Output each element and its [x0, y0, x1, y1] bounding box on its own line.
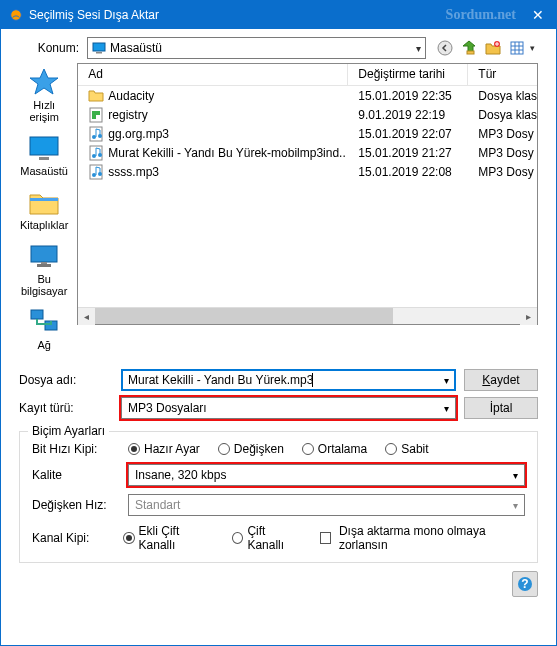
svg-rect-13 [31, 310, 43, 319]
places-bar: Hızlı erişim Masaüstü Kitaplıklar Bu bil… [19, 63, 69, 361]
filename-input[interactable]: Murat Kekilli - Yandı Bu Yürek.mp3 ▾ [121, 369, 456, 391]
svg-point-3 [438, 41, 452, 55]
place-network[interactable]: Ağ [19, 307, 69, 351]
format-settings-group: Biçim Ayarları Bit Hızı Kipi: Hazır Ayar… [19, 431, 538, 563]
file-row[interactable]: registry9.01.2019 22:19Dosya klas [78, 105, 537, 124]
column-date[interactable]: Değiştirme tarihi [348, 64, 468, 85]
file-date: 9.01.2019 22:19 [348, 108, 468, 122]
chevron-down-icon[interactable]: ▾ [444, 375, 449, 386]
place-libraries[interactable]: Kitaplıklar [19, 187, 69, 231]
checkbox-force-mono[interactable]: Dışa aktarma mono olmaya zorlansın [320, 524, 525, 552]
variable-speed-combo[interactable]: Standart ▾ [128, 494, 525, 516]
format-legend: Biçim Ayarları [28, 424, 109, 438]
quality-combo[interactable]: Insane, 320 kbps ▾ [128, 464, 525, 486]
help-icon: ? [517, 576, 533, 592]
file-type: Dosya klas [468, 89, 537, 103]
chevron-down-icon[interactable]: ▾ [444, 403, 449, 414]
save-button[interactable]: Kaydet [464, 369, 538, 391]
variable-speed-label: Değişken Hız: [32, 498, 118, 512]
svg-rect-2 [96, 52, 102, 54]
file-type: MP3 Dosy [468, 146, 537, 160]
svg-point-27 [98, 172, 102, 176]
radio-preset[interactable]: Hazır Ayar [128, 442, 200, 456]
new-folder-button[interactable] [482, 37, 504, 59]
save-button-rest: aydet [490, 373, 519, 387]
file-list-header[interactable]: Ad Değiştirme tarihi Tür [78, 64, 537, 86]
svg-rect-18 [92, 115, 96, 119]
file-list[interactable]: Ad Değiştirme tarihi Tür Audacity15.01.2… [77, 63, 538, 325]
back-button[interactable] [434, 37, 456, 59]
channel-mode-label: Kanal Kipi: [32, 531, 113, 545]
window-title: Seçilmiş Sesi Dışa Aktar [29, 8, 440, 22]
quality-label: Kalite [32, 468, 118, 482]
file-name: registry [108, 108, 147, 122]
radio-variable[interactable]: Değişken [218, 442, 284, 456]
quality-value: Insane, 320 kbps [135, 468, 226, 482]
svg-text:?: ? [521, 577, 528, 591]
svg-rect-10 [31, 246, 57, 262]
file-name: Murat Kekilli - Yandı Bu Yürek-mobilmp3i… [108, 146, 345, 160]
svg-rect-17 [96, 111, 100, 115]
horizontal-scrollbar[interactable]: ◂ ▸ [78, 307, 537, 324]
column-type[interactable]: Tür [468, 64, 537, 85]
svg-rect-11 [37, 264, 51, 267]
radio-constant[interactable]: Sabit [385, 442, 428, 456]
svg-rect-6 [511, 42, 523, 54]
location-combo[interactable]: Masaüstü ▾ [87, 37, 426, 59]
file-row[interactable]: ssss.mp315.01.2019 22:08MP3 Dosy [78, 162, 537, 181]
svg-point-21 [98, 134, 102, 138]
radio-stereo[interactable]: Çift Kanallı [232, 524, 302, 552]
filetype-combo[interactable]: MP3 Dosyaları ▾ [121, 397, 456, 419]
title-bar: Seçilmiş Sesi Dışa Aktar Sordum.net ✕ [1, 1, 556, 29]
file-row[interactable]: Murat Kekilli - Yandı Bu Yürek-mobilmp3i… [78, 143, 537, 162]
app-icon [9, 8, 23, 22]
chevron-down-icon[interactable]: ▾ [513, 500, 518, 511]
radio-average[interactable]: Ortalama [302, 442, 367, 456]
svg-rect-4 [467, 51, 474, 54]
radio-joint-stereo[interactable]: Ekli Çift Kanallı [123, 524, 214, 552]
filetype-label: Kayıt türü: [19, 401, 89, 415]
file-name: gg.org.mp3 [108, 127, 169, 141]
location-value: Masaüstü [110, 41, 162, 55]
location-label: Konum: [19, 41, 79, 55]
place-desktop[interactable]: Masaüstü [19, 133, 69, 177]
chevron-down-icon[interactable]: ▾ [513, 470, 518, 481]
close-icon[interactable]: ✕ [528, 7, 548, 23]
filetype-value: MP3 Dosyaları [128, 401, 207, 415]
svg-rect-8 [39, 157, 49, 160]
svg-rect-16 [92, 111, 96, 115]
desktop-icon [92, 42, 106, 54]
column-name[interactable]: Ad [78, 64, 348, 85]
scroll-left-icon[interactable]: ◂ [78, 308, 95, 325]
svg-point-23 [92, 154, 96, 158]
svg-rect-7 [30, 137, 58, 155]
file-date: 15.01.2019 22:35 [348, 89, 468, 103]
file-date: 15.01.2019 22:07 [348, 127, 468, 141]
chevron-down-icon: ▾ [416, 43, 421, 54]
svg-point-24 [98, 153, 102, 157]
place-quick-access[interactable]: Hızlı erişim [19, 67, 69, 123]
svg-rect-12 [41, 262, 47, 264]
svg-point-26 [92, 173, 96, 177]
scroll-right-icon[interactable]: ▸ [520, 308, 537, 325]
filename-label: Dosya adı: [19, 373, 89, 387]
file-type: MP3 Dosy [468, 165, 537, 179]
file-date: 15.01.2019 22:08 [348, 165, 468, 179]
file-row[interactable]: gg.org.mp315.01.2019 22:07MP3 Dosy [78, 124, 537, 143]
svg-point-20 [92, 135, 96, 139]
cancel-button[interactable]: İptal [464, 397, 538, 419]
variable-speed-value: Standart [135, 498, 180, 512]
file-name: Audacity [108, 89, 154, 103]
svg-rect-1 [93, 43, 105, 51]
file-row[interactable]: Audacity15.01.2019 22:35Dosya klas [78, 86, 537, 105]
bitrate-mode-label: Bit Hızı Kipi: [32, 442, 118, 456]
view-menu-button[interactable] [506, 37, 538, 59]
up-one-level-button[interactable] [458, 37, 480, 59]
svg-point-0 [11, 10, 22, 21]
help-button[interactable]: ? [512, 571, 538, 597]
file-date: 15.01.2019 21:27 [348, 146, 468, 160]
svg-rect-9 [30, 198, 58, 201]
place-this-pc[interactable]: Bu bilgisayar [19, 241, 69, 297]
filename-value: Murat Kekilli - Yandı Bu Yürek.mp3 [128, 373, 313, 387]
file-name: ssss.mp3 [108, 165, 159, 179]
